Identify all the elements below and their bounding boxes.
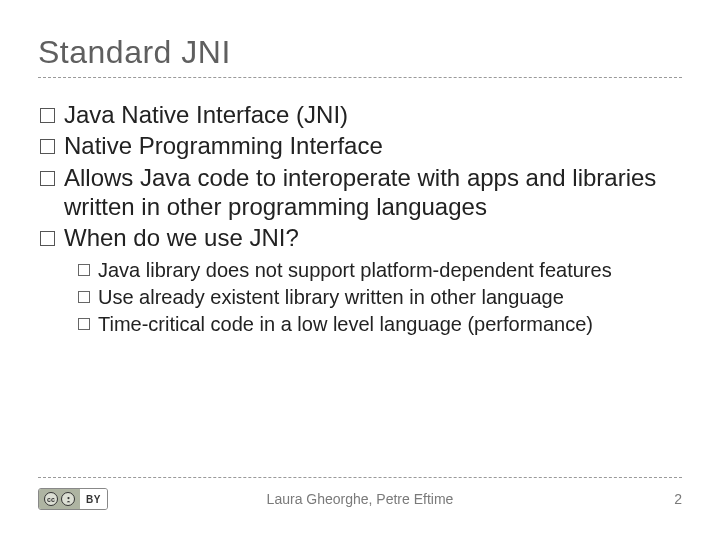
square-bullet-icon	[40, 139, 55, 154]
bullet-text: Java Native Interface (JNI)	[64, 100, 682, 129]
sub-bullet-item: Use already existent library written in …	[78, 285, 682, 310]
bullet-text: Native Programming Interface	[64, 131, 682, 160]
cc-by-badge: cc BY	[38, 488, 108, 510]
slide: Standard JNI Java Native Interface (JNI)…	[0, 0, 720, 540]
square-bullet-icon	[40, 171, 55, 186]
bullet-item: Java Native Interface (JNI)	[38, 100, 682, 129]
slide-content: Java Native Interface (JNI) Native Progr…	[38, 100, 682, 337]
title-divider	[38, 77, 682, 78]
footer-authors: Laura Gheorghe, Petre Eftime	[267, 491, 454, 507]
by-person-icon	[61, 492, 75, 506]
cc-icon: cc	[44, 492, 58, 506]
slide-footer: cc BY Laura Gheorghe, Petre Eftime 2	[0, 477, 720, 510]
sub-bullet-item: Java library does not support platform-d…	[78, 258, 682, 283]
svg-point-0	[67, 496, 69, 498]
square-bullet-icon	[78, 264, 90, 276]
cc-badge-left: cc	[39, 489, 80, 509]
bullet-item: When do we use JNI?	[38, 223, 682, 252]
square-bullet-icon	[40, 231, 55, 246]
bullet-item: Native Programming Interface	[38, 131, 682, 160]
sub-bullet-text: Time-critical code in a low level langua…	[98, 312, 682, 337]
sub-bullet-text: Java library does not support platform-d…	[98, 258, 682, 283]
slide-title: Standard JNI	[38, 34, 682, 71]
square-bullet-icon	[40, 108, 55, 123]
bullet-text: Allows Java code to interoperate with ap…	[64, 163, 682, 222]
footer-divider	[38, 477, 682, 478]
footer-row: cc BY Laura Gheorghe, Petre Eftime 2	[38, 488, 682, 510]
sub-bullet-text: Use already existent library written in …	[98, 285, 682, 310]
sub-bullet-item: Time-critical code in a low level langua…	[78, 312, 682, 337]
bullet-text: When do we use JNI?	[64, 223, 682, 252]
sub-bullet-list: Java library does not support platform-d…	[38, 258, 682, 337]
page-number: 2	[674, 491, 682, 507]
bullet-item: Allows Java code to interoperate with ap…	[38, 163, 682, 222]
square-bullet-icon	[78, 318, 90, 330]
square-bullet-icon	[78, 291, 90, 303]
cc-badge-text: BY	[80, 489, 107, 509]
